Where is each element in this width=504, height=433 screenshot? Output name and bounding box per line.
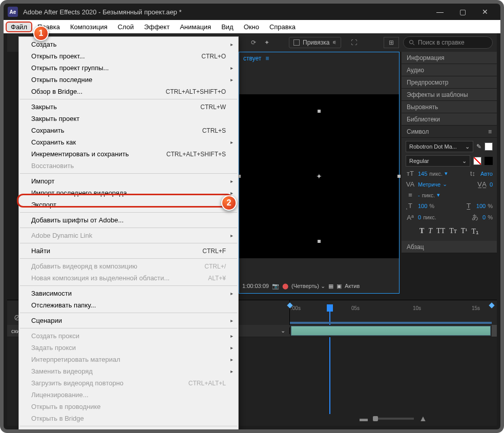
menu-layer[interactable]: Слой [113, 22, 139, 32]
stroke-swatch[interactable] [473, 157, 481, 165]
workspace-switcher-icon[interactable]: ⊞ [384, 37, 399, 48]
vscale-field[interactable]: 100 % [418, 203, 434, 209]
work-area-bar[interactable] [290, 322, 492, 324]
playhead[interactable] [327, 304, 333, 312]
menu-item[interactable]: СохранитьCTRL+S [19, 125, 238, 136]
snapshot-icon[interactable]: 📷 [272, 283, 279, 290]
search-help-input[interactable]: Поиск в справке [403, 36, 493, 49]
zoom-out-icon[interactable]: ▬ [360, 414, 368, 423]
menu-item[interactable]: Открыть проект группы...▸ [19, 62, 238, 74]
panel-libraries[interactable]: Библиотеки [402, 113, 497, 126]
layer-dropdown-icon[interactable]: ⌄ [281, 327, 285, 334]
leading-field[interactable]: Авто [480, 171, 493, 177]
menu-item[interactable]: Закрыть проект [19, 113, 238, 125]
panel-effects[interactable]: Эффекты и шаблоны [402, 89, 497, 101]
menu-item[interactable]: НайтиCTRL+F [19, 245, 238, 257]
composition-canvas[interactable]: ✦ [239, 94, 399, 258]
maximize-button[interactable]: ▢ [451, 4, 474, 20]
svg-point-0 [410, 40, 413, 44]
bounds-icon[interactable]: ⛶ [348, 37, 360, 48]
close-button[interactable]: ✕ [474, 4, 496, 20]
quality-dropdown[interactable]: (Четверть) ⌄ [291, 283, 325, 290]
font-style-select[interactable]: Regular⌄ [406, 155, 470, 167]
menu-item[interactable]: Настройки проекта...CTRL+ALT+SHIFT+K [19, 428, 238, 429]
kerning-icon: VA [406, 180, 415, 188]
menu-item[interactable]: Обзор в Bridge...CTRL+ALT+SHIFT+O [19, 86, 238, 97]
menu-item[interactable]: Импорт▸ [19, 175, 238, 187]
menu-animation[interactable]: Анимация [175, 22, 216, 32]
comp-tab-label[interactable]: ствует [243, 55, 261, 62]
panel-align[interactable]: Выровнять [402, 101, 497, 113]
menu-item[interactable]: Сценарии▸ [19, 315, 238, 326]
panel-audio[interactable]: Аудио [402, 64, 497, 76]
smallcaps-button[interactable]: Tт [449, 227, 457, 236]
timeline-ruler[interactable]: :00s05s10s15s [290, 300, 497, 325]
composition-viewer: ствует ≡ ✦ 1:00:03:09 📷 ⬤ (Четверть) ⌄ ▦… [239, 52, 400, 294]
subscript-button[interactable]: T₁ [472, 227, 479, 236]
layer-clip-end[interactable] [492, 325, 497, 337]
view-options-icon[interactable]: ▦ [328, 283, 333, 290]
puppet-tool-icon[interactable]: ✦ [261, 37, 272, 48]
hscale-field[interactable]: 100 % [476, 203, 493, 209]
font-family-select[interactable]: Robotron Dot Ma...⌄ [406, 141, 473, 152]
allcaps-button[interactable]: TT [436, 227, 445, 236]
panel-character[interactable]: Символ≡ [402, 126, 497, 138]
active-camera[interactable]: Актив [345, 283, 360, 289]
menu-effect[interactable]: Эффект [139, 22, 175, 32]
zoom-in-icon[interactable]: ▲ [419, 414, 427, 423]
grid-icon[interactable]: ▣ [337, 283, 342, 290]
menu-composition[interactable]: Композиция [65, 22, 113, 32]
menu-item: Создать прокси▸ [19, 330, 238, 342]
layer-clip[interactable] [291, 326, 491, 336]
minimize-button[interactable]: — [429, 4, 451, 20]
file-menu-dropdown: Создать▸Открыть проект...CTRL+OОткрыть п… [18, 36, 239, 429]
anchor-point-icon: ✦ [316, 172, 322, 180]
rotate-tool-icon[interactable]: ⟳ [248, 37, 259, 48]
font-size-field[interactable]: 145 пикс. ▾ [418, 170, 448, 177]
menu-item[interactable]: Экспорт▸ [19, 199, 238, 211]
channels-icon[interactable]: ⬤ [282, 283, 288, 290]
baseline-field[interactable]: 0 пикс. [418, 214, 436, 220]
menu-item[interactable]: Импорт последнего видеоряда▸ [19, 187, 238, 199]
menu-item[interactable]: Отслеживать папку... [19, 299, 238, 311]
eyedropper-icon[interactable]: ✎ [476, 143, 481, 150]
menu-view[interactable]: Вид [216, 22, 239, 32]
snap-toggle[interactable]: Привязка ⚟ [289, 37, 341, 48]
menu-item[interactable]: Инкрементировать и сохранитьCTRL+ALT+SHI… [19, 148, 238, 160]
menu-item[interactable]: ЗакрытьCTRL+W [19, 101, 238, 113]
menu-item[interactable]: Открыть последние▸ [19, 74, 238, 86]
kerning-field[interactable]: Метриче ⌄ [418, 181, 447, 188]
bold-button[interactable]: T [419, 227, 424, 236]
menu-window[interactable]: Окно [239, 22, 264, 32]
snap-options-icon[interactable]: ⚟ [332, 40, 337, 45]
tracking-field[interactable]: 0 [490, 181, 493, 188]
superscript-button[interactable]: T¹ [461, 227, 468, 236]
timecode-display[interactable]: 1:00:03:09 [242, 283, 269, 289]
swap-swatch-icon[interactable] [485, 157, 493, 165]
menu-item[interactable]: Сохранить как▸ [19, 136, 238, 148]
menu-help[interactable]: Справка [264, 22, 301, 32]
comp-menu-icon[interactable]: ≡ [265, 55, 269, 62]
stroke-width-field[interactable]: - пикс. ▾ [418, 192, 440, 198]
timeline-zoom-slider[interactable]: ▬ ▲ [290, 414, 497, 423]
snap-label: Привязка [303, 39, 329, 46]
italic-button[interactable]: T [428, 227, 432, 236]
menu-item: Восстановить [19, 160, 238, 172]
tsume-field[interactable]: 0 % [482, 214, 493, 220]
annotation-1: 1 [33, 26, 49, 41]
menu-item: Adobe Dynamic Link▸ [19, 230, 238, 241]
menu-item[interactable]: Зависимости▸ [19, 287, 238, 299]
leading-icon: t↕ [468, 170, 477, 177]
panel-paragraph[interactable]: Абзац [402, 241, 497, 253]
panel-info[interactable]: Информация [402, 52, 497, 64]
menu-item[interactable]: Открыть проект...CTRL+O [19, 50, 238, 62]
right-panels: Информация Аудио Предпросмотр Эффекты и … [402, 52, 497, 253]
window-title: Adobe After Effects 2020 - Безымянный пр… [23, 8, 182, 16]
fill-swatch[interactable] [485, 142, 493, 151]
app-icon: Ae [8, 7, 18, 17]
menu-item[interactable]: Создать▸ [19, 38, 238, 50]
menu-item[interactable]: Добавить шрифты от Adobe... [19, 214, 238, 226]
panel-preview[interactable]: Предпросмотр [402, 76, 497, 89]
menubar: Файл Правка Композиция Слой Эффект Анима… [4, 20, 500, 33]
menu-file[interactable]: Файл [6, 22, 32, 32]
